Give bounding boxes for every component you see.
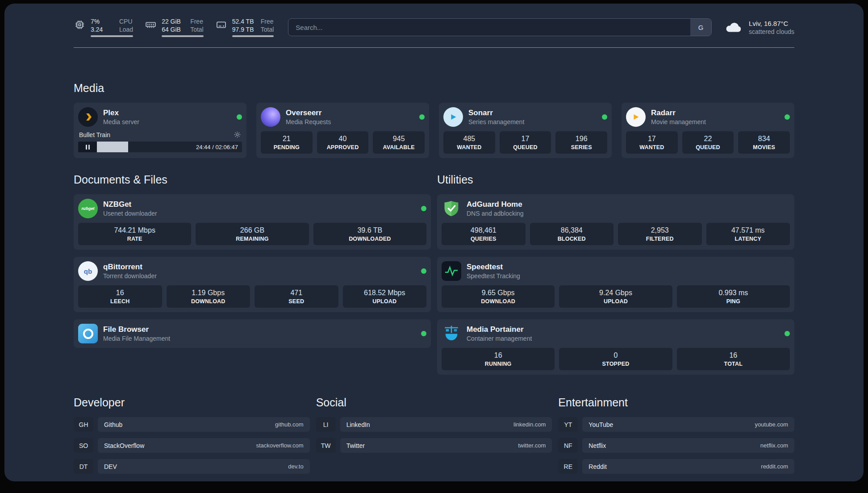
stat-movies: 834 MOVIES <box>738 131 790 154</box>
app-card-adguard[interactable]: AdGuard Home DNS and adblocking 498,461 … <box>437 194 794 250</box>
app-name: Plex <box>103 108 139 117</box>
app-desc: Torrent downloader <box>103 272 157 280</box>
bookmark-abbr: GH <box>74 417 93 432</box>
bookmark-dev[interactable]: DT DEV dev.to <box>74 459 310 474</box>
stat-leech: 16 LEECH <box>78 285 162 308</box>
stat-value: 485 <box>445 135 493 143</box>
stat-label: FILTERED <box>620 236 700 242</box>
stat-queued: 17 QUEUED <box>500 131 551 154</box>
bookmark-abbr: SO <box>74 438 93 453</box>
stat-label: QUERIES <box>443 236 524 242</box>
section-documents: Documents & Files nzbget NZBGet Usenet d… <box>74 173 431 375</box>
app-desc: DNS and adblocking <box>467 209 524 217</box>
gear-icon[interactable] <box>234 131 241 138</box>
app-card-nzbget[interactable]: nzbget NZBGet Usenet downloader 744.21 M… <box>74 194 431 250</box>
section-title-social: Social <box>316 396 552 409</box>
stat-value: 40 <box>319 135 367 143</box>
section-developer: Developer GH Github github.com SO StackO… <box>74 396 310 474</box>
stat-queries: 498,461 QUERIES <box>442 223 526 245</box>
bookmark-name: Reddit <box>588 463 606 470</box>
section-title-entertainment: Entertainment <box>558 396 794 409</box>
overseerr-icon <box>261 107 280 127</box>
status-dot <box>421 206 426 211</box>
section-title-documents: Documents & Files <box>74 173 431 186</box>
stat-label: MOVIES <box>740 144 788 150</box>
search-input[interactable] <box>288 18 712 36</box>
stat-seed: 471 SEED <box>255 285 338 308</box>
playback-progress-bar[interactable]: 24:44 / 02:06:47 <box>78 142 242 152</box>
app-card-portainer[interactable]: Media Portainer Container management 16 … <box>437 319 794 375</box>
ram-free-label: Free <box>190 17 204 25</box>
stat-label: BLOCKED <box>532 236 612 242</box>
status-dot <box>785 331 790 336</box>
weather-condition: scattered clouds <box>749 28 794 35</box>
bookmark-name: DEV <box>104 463 117 470</box>
app-card-sonarr[interactable]: Sonarr Series management 485 WANTED 17 Q… <box>439 103 612 158</box>
app-desc: Media Requests <box>286 118 331 126</box>
disk-progress-bar <box>232 35 274 37</box>
bookmark-abbr: TW <box>316 438 336 453</box>
memory-widget: 22 GiB Free 64 GiB Total <box>145 17 204 37</box>
section-media: Media Plex Media server Bullet Train <box>74 82 794 158</box>
status-dot <box>421 331 426 336</box>
stat-available: 945 AVAILABLE <box>373 131 425 154</box>
bookmark-abbr: RE <box>558 459 578 474</box>
screen-frame: 7% CPU 3.24 Load 22 GiB Free 64 GiB Tota… <box>0 0 868 493</box>
stat-label: DOWNLOADED <box>315 236 425 242</box>
pause-button[interactable] <box>78 142 97 152</box>
stat-running: 16 RUNNING <box>442 348 555 370</box>
stat-blocked: 86,384 BLOCKED <box>530 223 614 245</box>
stat-wanted: 485 WANTED <box>443 131 495 154</box>
section-utilities: Utilities AdGuard Home <box>437 173 794 375</box>
app-name: Radarr <box>651 108 706 117</box>
app-card-speedtest[interactable]: Speedtest Speedtest Tracking 9.65 Gbps D… <box>437 257 794 312</box>
stat-latency: 47.571 ms LATENCY <box>706 223 790 245</box>
bookmark-netflix[interactable]: NF Netflix netflix.com <box>558 438 794 453</box>
app-name: qBittorrent <box>103 262 157 272</box>
stat-label: RUNNING <box>443 361 553 367</box>
bookmark-github[interactable]: GH Github github.com <box>74 417 310 432</box>
bookmark-stackoverflow[interactable]: SO StackOverflow stackoverflow.com <box>74 438 310 453</box>
stat-rate: 744.21 Mbps RATE <box>78 223 191 245</box>
stat-stopped: 0 STOPPED <box>559 348 672 370</box>
app-desc: Series management <box>468 118 524 126</box>
stat-value: 47.571 ms <box>708 226 789 234</box>
stat-label: WANTED <box>445 144 493 150</box>
stat-label: QUEUED <box>501 144 550 150</box>
bookmark-reddit[interactable]: RE Reddit reddit.com <box>558 459 794 474</box>
bookmark-youtube[interactable]: YT YouTube youtube.com <box>558 417 794 432</box>
bookmark-linkedin[interactable]: LI LinkedIn linkedin.com <box>316 417 552 432</box>
stat-value: 16 <box>443 351 553 359</box>
stat-value: 834 <box>740 135 788 143</box>
cpu-progress-bar <box>91 35 133 37</box>
app-card-qbittorrent[interactable]: qb qBittorrent Torrent downloader 16 LEE… <box>74 257 431 312</box>
search-provider-button[interactable]: G <box>690 19 711 36</box>
nzbget-icon: nzbget <box>78 199 98 218</box>
status-dot <box>785 114 790 120</box>
weather-location: Lviv, 16.87°C <box>749 20 794 27</box>
bookmark-abbr: DT <box>74 459 93 474</box>
portainer-icon <box>442 324 461 343</box>
stat-value: 471 <box>256 289 337 297</box>
bookmark-name: Netflix <box>588 442 606 449</box>
stat-value: 39.6 TB <box>315 226 425 234</box>
app-desc: Media File Management <box>103 334 170 343</box>
nzbget-icon-text: nzbget <box>82 206 95 211</box>
stat-value: 744.21 Mbps <box>80 226 189 234</box>
status-dot <box>602 114 607 120</box>
stat-downloaded: 39.6 TB DOWNLOADED <box>313 223 426 245</box>
stat-value: 0 <box>561 351 670 359</box>
bookmark-twitter[interactable]: TW Twitter twitter.com <box>316 438 552 453</box>
app-card-filebrowser[interactable]: File Browser Media File Management <box>74 319 431 348</box>
stat-approved: 40 APPROVED <box>317 131 369 154</box>
section-entertainment: Entertainment YT YouTube youtube.com NF … <box>558 396 794 474</box>
ram-total-label: Total <box>190 25 204 33</box>
app-card-plex[interactable]: Plex Media server Bullet Train <box>74 103 246 158</box>
app-card-overseerr[interactable]: Overseerr Media Requests 21 PENDING 40 A… <box>256 103 429 158</box>
app-desc: Media server <box>103 118 139 126</box>
disk-icon <box>215 19 227 31</box>
app-card-radarr[interactable]: Radarr Movie management 17 WANTED 22 QUE… <box>622 103 794 158</box>
cpu-load-value: 3.24 <box>91 25 114 33</box>
ram-progress-bar <box>162 35 204 37</box>
stat-label: UPLOAD <box>561 298 670 305</box>
